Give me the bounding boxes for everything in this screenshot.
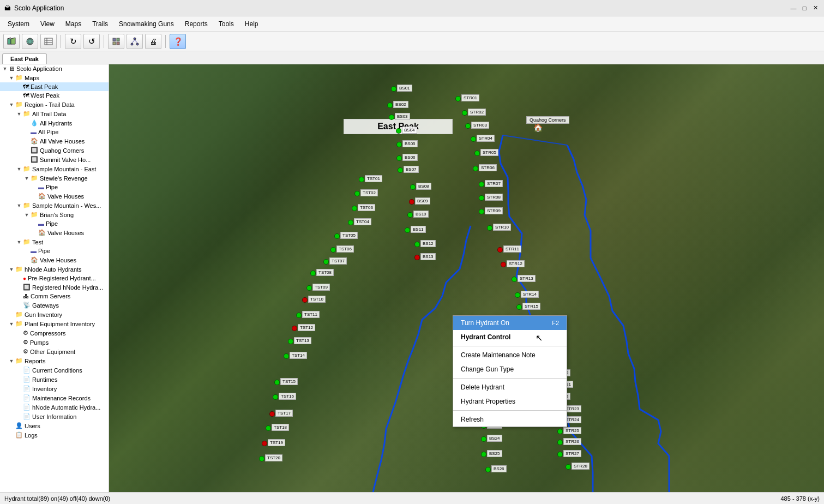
sidebar-item-sample-east[interactable]: ▼ 📁 Sample Mountain - East xyxy=(0,164,109,173)
hydrant-dot-bs02[interactable] xyxy=(387,103,393,108)
sidebar-item-maps[interactable]: ▼ 📁 Maps xyxy=(0,73,109,82)
menu-view[interactable]: View xyxy=(35,18,60,30)
toggle-brians[interactable]: ▼ xyxy=(23,212,31,218)
hydrant-dot-str25[interactable] xyxy=(557,429,563,434)
hydrant-dot-str04[interactable] xyxy=(471,136,476,142)
toggle-stewies[interactable]: ▼ xyxy=(23,176,31,181)
sidebar-item-all-hydrants[interactable]: 💧 All Hydrants xyxy=(0,118,109,128)
toggle-plant-equip[interactable]: ▼ xyxy=(8,321,15,327)
menu-maps[interactable]: Maps xyxy=(60,18,87,30)
hydrant-dot-bs01[interactable] xyxy=(391,86,396,92)
hydrant-dot-tst02[interactable] xyxy=(354,191,360,196)
toggle-maps[interactable]: ▼ xyxy=(8,75,15,81)
menu-system[interactable]: System xyxy=(2,18,35,30)
menu-reports[interactable]: Reports xyxy=(179,18,213,30)
hydrant-dot-tst01[interactable] xyxy=(359,177,364,182)
titlebar-right[interactable]: — □ ✕ xyxy=(789,4,820,13)
ctx-hydrant-props[interactable]: Hydrant Properties xyxy=(453,394,567,409)
sidebar-item-user-info[interactable]: 📄 User Information xyxy=(0,412,109,421)
hydrant-dot-str07[interactable] xyxy=(479,182,484,187)
hydrant-dot-bs08[interactable] xyxy=(410,184,416,190)
sidebar-item-all-valve[interactable]: 🏠 All Valve Houses xyxy=(0,136,109,146)
sidebar-item-reg-hnode[interactable]: 🔲 Registered hNode Hydra... xyxy=(0,283,109,292)
toolbar-refresh2[interactable]: ↺ xyxy=(83,34,100,49)
hydrant-dot-tst14[interactable] xyxy=(284,353,289,359)
sidebar-item-pumps[interactable]: ⚙ Pumps xyxy=(0,338,109,347)
sidebar-item-valve3[interactable]: 🏠 Valve Houses xyxy=(0,255,109,265)
hydrant-dot-bs13[interactable] xyxy=(414,255,420,260)
hydrant-dot-tst04[interactable] xyxy=(348,220,353,225)
sidebar-item-reports[interactable]: ▼ 📁 Reports xyxy=(0,356,109,365)
sidebar-item-region-trail[interactable]: ▼ 📁 Region - Trail Data xyxy=(0,100,109,109)
hydrant-dot-str06[interactable] xyxy=(473,166,478,171)
ctx-turn-on[interactable]: Turn Hydrant On F2 xyxy=(453,316,567,330)
hydrant-dot-str26[interactable] xyxy=(557,440,563,445)
hydrant-dot-tst19[interactable] xyxy=(262,441,267,446)
hydrant-dot-str02[interactable] xyxy=(462,110,467,116)
sidebar-item-comm-servers[interactable]: 🖧 Comm Servers xyxy=(0,292,109,301)
toolbar-print[interactable]: 🖨 xyxy=(145,34,161,49)
sidebar-item-other-equip[interactable]: ⚙ Other Equipment xyxy=(0,347,109,356)
hydrant-dot-bs09[interactable] xyxy=(409,199,414,205)
sidebar-item-pipe3[interactable]: ▬ Pipe xyxy=(0,247,109,255)
hydrant-dot-tst17[interactable] xyxy=(269,411,275,417)
hydrant-dot-str05[interactable] xyxy=(474,151,480,156)
sidebar-item-west-peak[interactable]: 🗺 West Peak xyxy=(0,91,109,100)
sidebar-item-runtimes[interactable]: 📄 Runtimes xyxy=(0,375,109,384)
toggle-hnode-auto[interactable]: ▼ xyxy=(8,267,15,272)
sidebar-item-valve1[interactable]: 🏠 Valve Houses xyxy=(0,191,109,201)
ctx-change-gun[interactable]: Change Gun Type xyxy=(453,362,567,376)
minimize-button[interactable]: — xyxy=(789,4,798,13)
hydrant-dot-tst18[interactable] xyxy=(266,425,271,431)
sidebar-item-compressors[interactable]: ⚙ Compressors xyxy=(0,328,109,338)
hydrant-dot-bs12[interactable] xyxy=(414,242,420,247)
hydrant-dot-tst09[interactable] xyxy=(306,285,312,291)
hydrant-dot-tst06[interactable] xyxy=(330,247,336,253)
hydrant-dot-str11[interactable] xyxy=(497,247,503,253)
toolbar-network[interactable] xyxy=(127,34,143,49)
hydrant-dot-tst20[interactable] xyxy=(259,456,264,461)
sidebar-item-all-trail[interactable]: ▼ 📁 All Trail Data xyxy=(0,109,109,118)
hydrant-dot-bs25[interactable] xyxy=(481,452,486,457)
toolbar-map2[interactable] xyxy=(22,34,38,49)
hydrant-dot-tst07[interactable] xyxy=(323,259,329,265)
toggle-sample-east[interactable]: ▼ xyxy=(15,166,23,172)
hydrant-dot-tst11[interactable] xyxy=(296,313,302,318)
toggle-test[interactable]: ▼ xyxy=(15,239,23,245)
sidebar-item-summit[interactable]: 🔲 Summit Valve Ho... xyxy=(0,155,109,164)
hydrant-dot-bs05[interactable] xyxy=(396,142,402,147)
sidebar-item-gateways[interactable]: 📡 Gateways xyxy=(0,301,109,310)
hydrant-dot-bs07[interactable] xyxy=(398,167,403,173)
sidebar-item-quahog[interactable]: 🔲 Quahog Corners xyxy=(0,146,109,155)
sidebar-item-pipe1[interactable]: ▬ Pipe xyxy=(0,183,109,191)
close-button[interactable]: ✕ xyxy=(811,4,820,13)
hydrant-dot-tst12[interactable] xyxy=(292,326,297,331)
hydrant-dot-str08[interactable] xyxy=(479,195,484,201)
hydrant-dot-bs24[interactable] xyxy=(481,436,486,442)
sidebar-item-users[interactable]: 👤 Users xyxy=(0,421,109,430)
hydrant-dot-str01[interactable] xyxy=(455,96,461,101)
sidebar-item-maint-rec[interactable]: 📄 Maintenance Records xyxy=(0,393,109,403)
hydrant-dot-bs06[interactable] xyxy=(396,155,402,161)
hydrant-dot-tst08[interactable] xyxy=(310,271,316,276)
hydrant-dot-bs04[interactable] xyxy=(396,128,401,134)
menu-tools[interactable]: Tools xyxy=(213,18,239,30)
maximize-button[interactable]: □ xyxy=(800,4,809,13)
toolbar-help[interactable]: ❓ xyxy=(170,34,186,49)
hydrant-dot-tst15[interactable] xyxy=(274,380,280,385)
tab-east-peak[interactable]: East Peak xyxy=(2,53,47,64)
toolbar-layers[interactable] xyxy=(108,34,124,49)
hydrant-dot-str09[interactable] xyxy=(479,209,484,214)
map-area[interactable]: East Peak Quahog Corners 🏠 BS01BS02BS03B… xyxy=(109,64,824,492)
sidebar-item-pre-reg[interactable]: ● Pre-Registered Hydrant... xyxy=(0,274,109,283)
menu-snowmaking[interactable]: Snowmaking Guns xyxy=(113,18,179,30)
sidebar-item-plant-equip[interactable]: ▼ 📁 Plant Equipment Inventory xyxy=(0,319,109,328)
hydrant-dot-tst05[interactable] xyxy=(334,233,340,239)
hydrant-dot-str10[interactable] xyxy=(487,225,492,231)
hydrant-dot-bs03[interactable] xyxy=(389,115,394,120)
hydrant-dot-str12[interactable] xyxy=(501,262,506,267)
hydrant-dot-bs26[interactable] xyxy=(485,467,491,472)
toggle-all-trail[interactable]: ▼ xyxy=(15,111,23,117)
sidebar-item-sample-west[interactable]: ▼ 📁 Sample Mountain - Wes... xyxy=(0,201,109,210)
hydrant-dot-tst10[interactable] xyxy=(302,297,308,303)
